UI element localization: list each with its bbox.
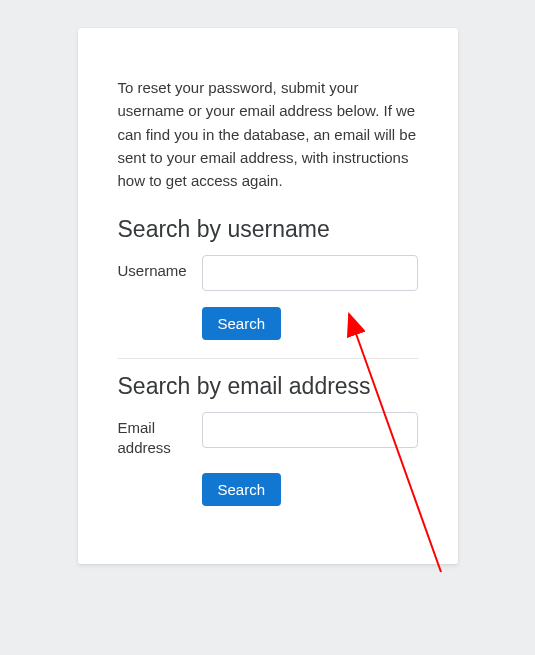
username-field-row: Username	[118, 255, 418, 291]
email-field-row: Email address	[118, 412, 418, 457]
search-username-button[interactable]: Search	[202, 307, 282, 340]
username-label: Username	[118, 255, 190, 281]
email-label: Email address	[118, 412, 190, 457]
search-email-button[interactable]: Search	[202, 473, 282, 506]
instruction-text: To reset your password, submit your user…	[118, 76, 418, 192]
search-by-username-section: Search by username Username Search	[118, 216, 418, 358]
search-by-email-heading: Search by email address	[118, 373, 418, 400]
search-by-email-section: Search by email address Email address Se…	[118, 358, 418, 524]
email-input[interactable]	[202, 412, 418, 448]
reset-password-card: To reset your password, submit your user…	[78, 28, 458, 564]
username-input[interactable]	[202, 255, 418, 291]
search-by-username-heading: Search by username	[118, 216, 418, 243]
